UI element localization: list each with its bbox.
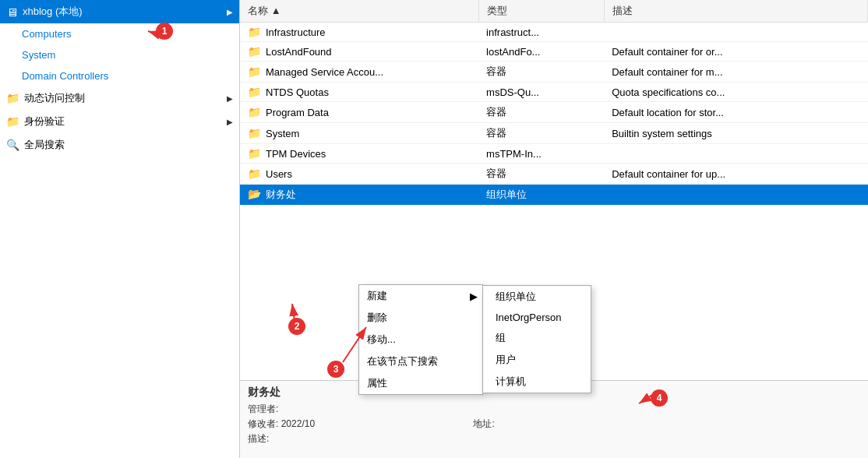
cell-desc: Builtin system settings (604, 123, 867, 144)
col-desc[interactable]: 描述 (604, 0, 867, 23)
system-label: System (22, 49, 55, 61)
annotation-2: 2 (288, 318, 305, 335)
computer-icon: 🖥 (6, 5, 18, 19)
folder-icon: 📁 (248, 127, 261, 139)
annotation-3: 3 (327, 361, 344, 378)
expand-arrow-icon: ▶ (227, 118, 233, 126)
search-label: 全局搜索 (24, 138, 65, 152)
ip-label: 地址: (473, 418, 494, 429)
sidebar-xhblog-label: xhblog (本地) (23, 5, 83, 19)
table-row[interactable]: 📂财务处组织单位 (240, 185, 868, 206)
cell-name-text: LostAndFound (266, 46, 332, 58)
expand-arrow-icon: ▶ (227, 94, 233, 103)
table-row[interactable]: 📁NTDS QuotasmsDS-Qu...Quota specificatio… (240, 83, 868, 102)
cell-type: 组织单位 (478, 185, 604, 206)
cell-desc (604, 23, 867, 42)
folder-icon: 📁 (248, 26, 261, 38)
cell-desc: Default container for m... (604, 62, 867, 83)
table-row[interactable]: 📁LostAndFoundlostAndFo...Default contain… (240, 42, 868, 62)
cell-type: 容器 (478, 123, 604, 144)
cell-type: msDS-Qu... (478, 83, 604, 102)
computers-label: Computers (22, 28, 72, 40)
sidebar-item-auth[interactable]: 📁 身份验证 ▶ (0, 110, 239, 133)
expand-arrow-icon: ▶ (227, 8, 233, 16)
cell-name: 📁TPM Devices (240, 144, 478, 164)
cell-name-text: 财务处 (266, 188, 296, 200)
context-new-item[interactable]: 新建 ▶ 组织单位 InetOrgPerson 组 (359, 285, 482, 307)
folder-icon: 📁 (248, 106, 261, 118)
sidebar-item-system[interactable]: System (0, 44, 239, 65)
modifier-label: 修改者: (248, 418, 278, 429)
cell-name: 📂财务处 (240, 185, 478, 206)
cell-name-text: TPM Devices (266, 148, 326, 160)
folder-icon: 📂 (248, 188, 261, 200)
cell-name-text: Program Data (266, 107, 329, 118)
submenu-computer[interactable]: 计算机 (483, 371, 591, 393)
submenu-group[interactable]: 组 (483, 327, 591, 349)
sidebar-item-computers[interactable]: Computers (0, 23, 239, 44)
detail-modifier-line: 修改者: 2022/10 地址: (248, 417, 860, 431)
cell-type: lostAndFo... (478, 42, 604, 62)
context-menu: 新建 ▶ 组织单位 InetOrgPerson 组 (358, 284, 483, 395)
col-name[interactable]: 名称 ▲ (240, 0, 478, 23)
table-row[interactable]: 📁Program Data容器Default location for stor… (240, 102, 868, 123)
cell-name: 📁Users (240, 164, 478, 185)
folder-icon: 📁 (248, 45, 261, 58)
col-type[interactable]: 类型 (478, 0, 604, 23)
context-properties[interactable]: 属性 (359, 372, 482, 394)
folder-icon: 📁 (248, 86, 261, 98)
detail-desc-line: 描述: (248, 432, 860, 446)
context-new[interactable]: 新建 ▶ (359, 285, 482, 307)
context-delete[interactable]: 删除 (359, 307, 482, 329)
cell-desc: Default container for or... (604, 42, 867, 62)
submenu: 组织单位 InetOrgPerson 组 用户 计算机 (482, 285, 591, 393)
folder-icon: 📁 (248, 147, 261, 160)
detail-manager-line: 管理者: (248, 403, 860, 416)
context-new-label: 新建 (367, 289, 387, 303)
cell-name: 📁Program Data (240, 102, 478, 123)
submenu-arrow-icon: ▶ (470, 291, 478, 302)
cell-name: 📁Managed Service Accou... (240, 62, 478, 83)
cell-name: 📁LostAndFound (240, 42, 478, 62)
cell-name-text: Users (266, 168, 292, 180)
submenu-inetorg[interactable]: InetOrgPerson (483, 308, 591, 327)
search-icon: 🔍 (6, 139, 19, 151)
sidebar-item-dynamic-access[interactable]: 📁 动态访问控制 ▶ (0, 86, 239, 110)
table-row[interactable]: 📁Users容器Default container for up... (240, 164, 868, 185)
sidebar-item-xhblog[interactable]: 🖥 xhblog (本地) ▶ (0, 0, 239, 23)
cell-name: 📁Infrastructure (240, 23, 478, 42)
sidebar-item-domain-controllers[interactable]: Domain Controllers (0, 65, 239, 86)
folder-icon: 📁 (6, 92, 19, 104)
cell-name-text: Managed Service Accou... (266, 66, 383, 78)
folder-icon: 📁 (248, 65, 261, 78)
table-row[interactable]: 📁Infrastructureinfrastruct... (240, 23, 868, 42)
cell-name: 📁NTDS Quotas (240, 83, 478, 102)
cell-name: 📁System (240, 123, 478, 144)
sidebar: 🖥 xhblog (本地) ▶ Computers System Domain … (0, 0, 240, 458)
annotation-4: 4 (651, 389, 668, 407)
submenu-org-unit[interactable]: 组织单位 (483, 286, 591, 308)
submenu-user[interactable]: 用户 (483, 349, 591, 371)
auth-label: 身份验证 (24, 114, 65, 129)
annotation-1: 1 (156, 23, 173, 40)
context-search-node[interactable]: 在该节点下搜索 (359, 351, 482, 372)
ad-table: 名称 ▲ 类型 描述 📁Infrastructureinfrastruct...… (240, 0, 868, 206)
folder-icon: 📁 (248, 167, 261, 180)
domain-controllers-label: Domain Controllers (22, 70, 108, 82)
cell-desc (604, 185, 867, 206)
sort-asc-icon: ▲ (271, 5, 281, 16)
table-row[interactable]: 📁TPM DevicesmsTPM-In... (240, 144, 868, 164)
cell-desc: Quota specifications co... (604, 83, 867, 102)
main-window: 🖥 xhblog (本地) ▶ Computers System Domain … (0, 0, 868, 458)
desc-label: 描述: (248, 433, 269, 444)
sidebar-search[interactable]: 🔍 全局搜索 (0, 133, 239, 157)
folder-icon: 📁 (6, 115, 19, 128)
table-row[interactable]: 📁Managed Service Accou...容器Default conta… (240, 62, 868, 83)
cell-type: infrastruct... (478, 23, 604, 42)
dynamic-access-label: 动态访问控制 (24, 91, 85, 105)
cell-desc (604, 144, 867, 164)
table-row[interactable]: 📁System容器Builtin system settings (240, 123, 868, 144)
cell-type: 容器 (478, 164, 604, 185)
context-move[interactable]: 移动... (359, 329, 482, 351)
cell-type: 容器 (478, 62, 604, 83)
